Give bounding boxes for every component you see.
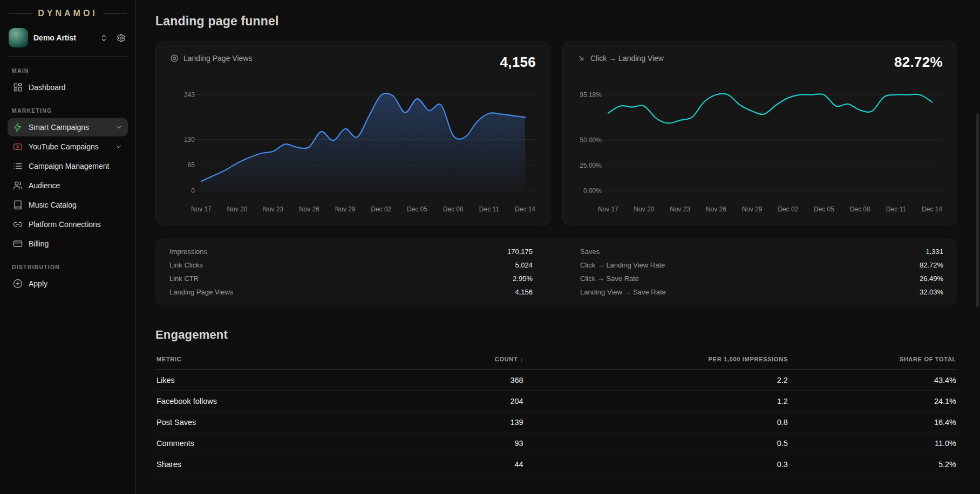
main-content: Landing page funnel Landing Page Views 4… (136, 0, 980, 494)
section-label-main: MAIN (12, 67, 124, 74)
svg-text:Nov 17: Nov 17 (191, 205, 212, 213)
stat-value: 26.49% (920, 275, 943, 283)
cell-share: 43.4% (789, 370, 957, 391)
svg-text:243: 243 (184, 91, 195, 99)
artist-selector[interactable]: Demo Artist (8, 23, 128, 57)
cell-share: 11.0% (789, 433, 957, 454)
chart-cards: Landing Page Views 4,156 243130650Nov 17… (155, 42, 957, 225)
card-title: Landing Page Views (183, 54, 252, 63)
svg-text:Dec 08: Dec 08 (850, 205, 870, 213)
sidebar-item-label: Apply (29, 279, 122, 288)
zap-icon (13, 122, 23, 132)
table-body: Likes3682.243.4%Facebook follows2041.224… (155, 370, 957, 475)
svg-text:Nov 26: Nov 26 (706, 205, 726, 213)
sidebar-item-label: Audience (29, 181, 122, 190)
stat-value: 1,331 (925, 248, 943, 256)
stat-label: Landing Page Views (169, 288, 233, 296)
svg-text:65: 65 (188, 161, 195, 169)
plus-circle-icon (13, 279, 23, 289)
sidebar-item-music-catalog[interactable]: Music Catalog (8, 196, 128, 214)
svg-text:Nov 26: Nov 26 (299, 205, 319, 213)
stat-label: Link CTR (169, 275, 199, 283)
vertical-scrollbar[interactable] (976, 113, 979, 307)
cell-metric: Likes (155, 370, 308, 391)
card-header: Click → Landing View 82.72% (577, 54, 943, 71)
chevron-down-icon[interactable] (115, 124, 122, 131)
cell-per_1000: 1.2 (525, 391, 789, 412)
artist-avatar (9, 28, 28, 47)
svg-text:50.00%: 50.00% (580, 136, 602, 144)
svg-text:Dec 14: Dec 14 (515, 205, 535, 213)
logo: DYNAMOI (8, 0, 128, 23)
logo-line-left (9, 13, 32, 14)
stat-value: 4,156 (515, 288, 533, 296)
sidebar-item-apply[interactable]: Apply (8, 275, 128, 293)
sidebar-item-label: Billing (29, 239, 122, 248)
card-label: Landing Page Views (170, 54, 252, 63)
sidebar-item-label: Platform Connections (29, 220, 122, 229)
svg-text:0.00%: 0.00% (583, 187, 602, 195)
sidebar-item-platform-connections[interactable]: Platform Connections (8, 215, 128, 234)
landing-page-views-chart[interactable]: 243130650Nov 17Nov 20Nov 23Nov 26Nov 29D… (170, 78, 536, 217)
click-landing-view-chart[interactable]: 95.18%50.00%25.00%0.00%Nov 17Nov 20Nov 2… (577, 78, 943, 217)
arrow-down-right-icon (577, 54, 586, 63)
logo-line-right (103, 13, 127, 14)
stat-row-landing-page-views: Landing Page Views4,156 (169, 285, 533, 299)
column-header-count[interactable]: COUNT↓ (308, 351, 524, 370)
sidebar-item-label: Dashboard (29, 83, 122, 92)
cell-per_1000: 0.8 (525, 412, 789, 433)
stat-label: Click → Save Rate (580, 275, 639, 283)
svg-text:Dec 11: Dec 11 (886, 205, 906, 213)
sidebar-item-campaign-management[interactable]: Campaign Management (8, 157, 128, 175)
chevrons-up-down-icon[interactable] (98, 32, 110, 44)
sidebar-item-audience[interactable]: Audience (8, 176, 128, 195)
cell-per_1000: 2.2 (525, 370, 789, 391)
svg-text:Dec 08: Dec 08 (443, 205, 464, 213)
svg-text:Nov 20: Nov 20 (634, 205, 655, 213)
stat-label: Link Clicks (169, 261, 203, 269)
cell-count: 139 (308, 412, 524, 433)
sidebar-item-dashboard[interactable]: Dashboard (8, 78, 128, 97)
svg-text:Dec 11: Dec 11 (479, 205, 499, 213)
gear-icon[interactable] (115, 32, 127, 44)
artist-name: Demo Artist (33, 33, 92, 42)
card-label: Click → Landing View (577, 54, 664, 63)
list-icon (13, 161, 23, 171)
table-row-facebook-follows: Facebook follows2041.224.1% (155, 391, 957, 412)
users-icon (13, 181, 23, 190)
youtube-icon (13, 142, 23, 152)
cell-count: 204 (308, 391, 524, 412)
cell-metric: Facebook follows (155, 391, 308, 412)
svg-text:Dec 05: Dec 05 (407, 205, 427, 213)
stat-label: Impressions (169, 248, 207, 256)
sidebar-item-label: Smart Campaigns (29, 123, 109, 132)
stat-value: 170,175 (507, 248, 533, 256)
svg-text:Nov 29: Nov 29 (335, 205, 356, 213)
chevron-down-icon[interactable] (115, 143, 122, 150)
credit-card-icon (13, 239, 23, 249)
cell-share: 5.2% (789, 454, 957, 475)
svg-text:95.18%: 95.18% (580, 91, 602, 99)
sidebar-item-smart-campaigns[interactable]: Smart Campaigns (8, 118, 128, 136)
cell-count: 44 (308, 454, 524, 475)
cell-per_1000: 0.3 (525, 454, 789, 475)
svg-text:Nov 17: Nov 17 (598, 205, 618, 213)
sidebar-nav: MAINDashboardMARKETINGSmart CampaignsYou… (8, 67, 128, 293)
stat-row-impressions: Impressions170,175 (169, 245, 533, 258)
column-header-per-1-000-impressions[interactable]: PER 1,000 IMPRESSIONS (525, 351, 789, 370)
stats-column-right: Saves1,331Click → Landing View Rate82.72… (580, 245, 943, 299)
sidebar-item-billing[interactable]: Billing (8, 235, 128, 253)
table-row-post-saves: Post Saves1390.816.4% (155, 412, 957, 433)
cell-metric: Post Saves (155, 412, 308, 433)
svg-text:Nov 23: Nov 23 (670, 205, 690, 213)
book-icon (13, 200, 23, 210)
sidebar-item-label: Campaign Management (29, 162, 122, 170)
column-header-share-of-total[interactable]: SHARE OF TOTAL (789, 351, 957, 370)
engagement-table: METRICCOUNT↓PER 1,000 IMPRESSIONSSHARE O… (155, 351, 957, 475)
sidebar-item-youtube-campaigns[interactable]: YouTube Campaigns (8, 138, 128, 156)
stat-label: Saves (580, 248, 600, 256)
card-header: Landing Page Views 4,156 (170, 54, 536, 71)
cell-per_1000: 0.5 (525, 433, 789, 454)
column-header-metric[interactable]: METRIC (155, 351, 308, 370)
app-root: DYNAMOI Demo Artist MAINDashboardMARKETI… (0, 0, 980, 494)
